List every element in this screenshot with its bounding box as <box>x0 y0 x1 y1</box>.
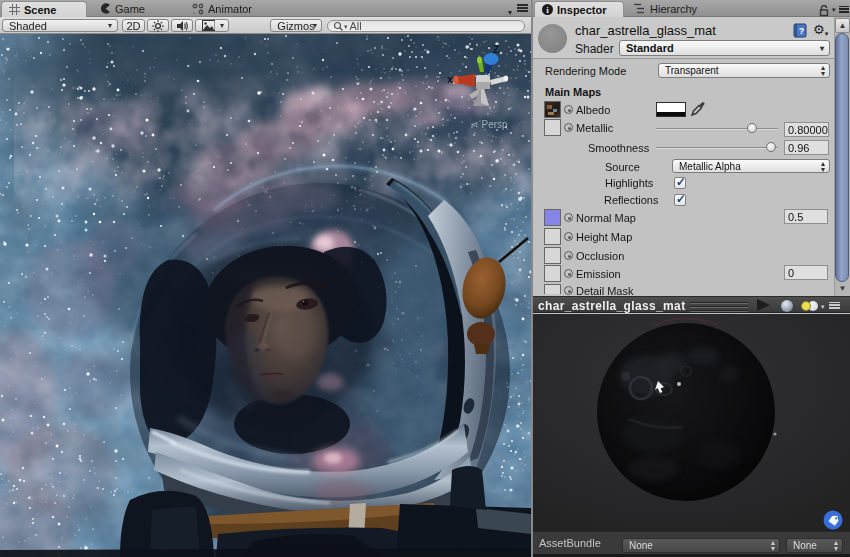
svg-text:Z: Z <box>493 43 500 55</box>
svg-text:?: ? <box>799 26 805 36</box>
svg-text:y: y <box>470 44 475 54</box>
svg-text:⋖ Persp: ⋖ Persp <box>470 119 508 130</box>
svg-text:x: x <box>447 73 454 85</box>
